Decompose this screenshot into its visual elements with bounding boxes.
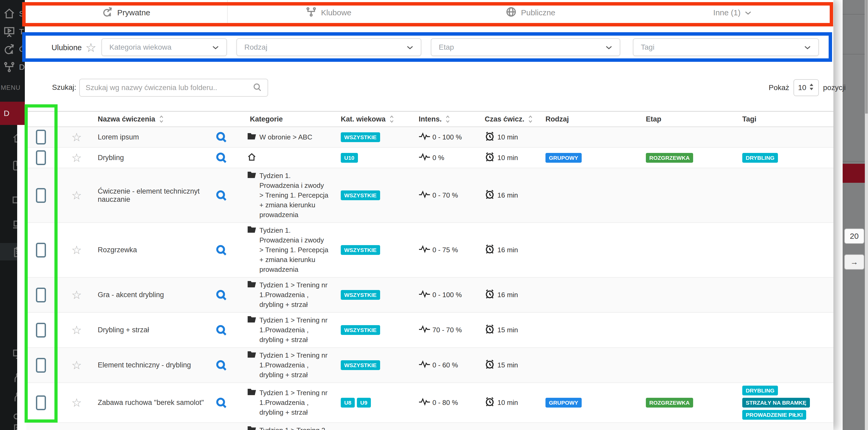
tab-publiczne[interactable]: Publiczne (430, 0, 631, 26)
tags-cell (737, 247, 833, 253)
sidebar-item[interactable]: D (0, 60, 25, 74)
sort-icon[interactable] (390, 115, 394, 123)
tags-cell: DRYBLING (737, 150, 833, 165)
star-icon[interactable]: ☆ (85, 41, 96, 54)
row-checkbox[interactable] (36, 243, 46, 257)
favorite-star-icon[interactable]: ☆ (56, 393, 98, 412)
sort-icon[interactable] (159, 115, 164, 123)
favorite-star-icon[interactable]: ☆ (56, 128, 98, 147)
column-header[interactable]: Nazwa ćwiczenia (98, 113, 214, 126)
row-checkbox[interactable] (36, 150, 46, 165)
filter-rodzaj[interactable]: Rodzaj (237, 38, 421, 56)
search-box (79, 79, 268, 97)
sidebar-item[interactable]: Ć (0, 42, 25, 57)
etap-cell: ROZGRZEWKA (638, 150, 737, 165)
favorite-star-icon[interactable]: ☆ (56, 241, 98, 259)
tags-cell (737, 363, 833, 368)
org-icon (306, 6, 317, 19)
preview-magnifier-icon[interactable] (214, 242, 246, 258)
alarm-clock-icon (485, 324, 495, 336)
camera-icon[interactable] (12, 194, 17, 206)
column-header[interactable]: Kat. wiekowa (330, 113, 411, 126)
filter-kategoria-wiekowa[interactable]: Kategoria wiekowa (101, 38, 227, 56)
column-header: Etap (638, 113, 737, 126)
filter-placeholder: Rodzaj (244, 43, 267, 52)
etap-cell (638, 328, 737, 333)
background-page: 20 → (843, 0, 868, 430)
favorite-star-icon[interactable]: ☆ (56, 321, 98, 339)
tab-klubowe[interactable]: Klubowe (228, 0, 430, 26)
column-header[interactable]: Czas ćwicz. (477, 113, 539, 126)
preview-magnifier-icon[interactable] (214, 286, 246, 304)
sidebar-item-label: S (19, 9, 24, 18)
doc-icon[interactable] (12, 423, 17, 430)
search-input[interactable] (86, 84, 253, 92)
preview-magnifier-icon[interactable] (214, 149, 246, 166)
whistle-icon[interactable] (12, 410, 17, 421)
row-checkbox[interactable] (36, 188, 46, 203)
home-icon[interactable] (12, 132, 17, 144)
column-header[interactable]: Intens. (411, 113, 477, 126)
folder-open-icon (247, 280, 257, 289)
preview-magnifier-icon[interactable] (214, 129, 246, 146)
laptop-icon[interactable] (12, 219, 17, 230)
preview-magnifier-icon[interactable] (214, 187, 246, 204)
scrollbar-thumb[interactable] (865, 0, 868, 114)
duration-cell: 15 min (477, 357, 539, 374)
age-badge: WSZYSTKIE (341, 190, 380, 200)
category-cell: Tydzien 1 > Trening 2. Działania Grupowe… (246, 423, 330, 430)
filter-tagi[interactable]: Tagi (633, 38, 819, 56)
person-icon[interactable] (12, 391, 17, 403)
preview-magnifier-icon[interactable] (214, 357, 246, 374)
favorite-star-icon[interactable]: ☆ (56, 356, 98, 374)
backdrop-divider (843, 54, 868, 54)
chevron-down-icon (406, 43, 413, 52)
etap-cell (638, 293, 737, 298)
table-row: ☆ Lorem ipsum W obronie > ABC WSZYSTKIE … (26, 127, 833, 148)
sort-icon[interactable] (528, 115, 533, 123)
intensity-cell: 0 - 75 % (411, 243, 477, 257)
category-cell: Tydzien 1. Prowadzenia i zwody > Trening… (246, 168, 330, 222)
page-size-stepper[interactable]: 10 (794, 79, 819, 96)
row-checkbox[interactable] (36, 130, 46, 145)
row-checkbox[interactable] (36, 323, 46, 338)
exercise-name: Element techniczny - drybling (98, 359, 214, 372)
backdrop-divider (843, 14, 868, 14)
table-header-row: Nazwa ćwiczeniaKategorieKat. wiekowaInte… (26, 112, 833, 127)
preview-magnifier-icon[interactable] (214, 322, 246, 339)
tags-cell (737, 328, 833, 333)
backdrop-number-input[interactable]: 20 (844, 228, 864, 244)
age-badge: U8 (341, 398, 355, 407)
age-badge: WSZYSTKIE (341, 360, 380, 370)
book-icon[interactable] (12, 160, 17, 172)
row-checkbox[interactable] (36, 288, 46, 302)
row-checkbox[interactable] (36, 358, 46, 373)
clipboard-icon[interactable] (12, 246, 17, 258)
favorite-star-icon[interactable]: ☆ (56, 285, 98, 304)
backdrop-next-arrow-button[interactable]: → (844, 254, 864, 270)
person-icon[interactable] (12, 372, 17, 383)
intensity-cell: 0 - 100 % (411, 287, 477, 302)
monitor-icon[interactable] (12, 348, 17, 360)
row-checkbox[interactable] (36, 395, 46, 410)
scrollbar-track[interactable] (865, 0, 868, 430)
favorite-star-icon[interactable]: ☆ (56, 186, 98, 205)
tab-inne[interactable]: Inne (1) (631, 0, 834, 26)
filter-etap[interactable]: Etap (431, 38, 620, 56)
folder-open-icon (247, 132, 257, 141)
sidebar-item-active[interactable]: D (0, 102, 25, 125)
category-cell: Tydzien 1 > Trening nr 1.Prowadzenia , d… (246, 313, 330, 347)
sidebar-item[interactable]: T (0, 24, 25, 39)
page-size-value: 10 (798, 84, 806, 92)
age-category-cell: WSZYSTKIE (330, 287, 411, 302)
page-size-suffix: pozycji (823, 84, 846, 92)
preview-magnifier-icon[interactable] (214, 394, 246, 411)
sidebar-item[interactable]: S (0, 6, 25, 21)
exercise-name: Rozgrzewka (98, 243, 214, 257)
exercise-name: Drybling + strzał (98, 323, 214, 337)
folder-open-icon (247, 315, 257, 324)
sort-icon[interactable] (445, 115, 450, 123)
favorite-star-icon[interactable]: ☆ (56, 148, 98, 167)
tab-prywatne[interactable]: Prywatne (25, 0, 228, 26)
favorites-toggle[interactable]: Ulubione ☆ (52, 40, 96, 56)
